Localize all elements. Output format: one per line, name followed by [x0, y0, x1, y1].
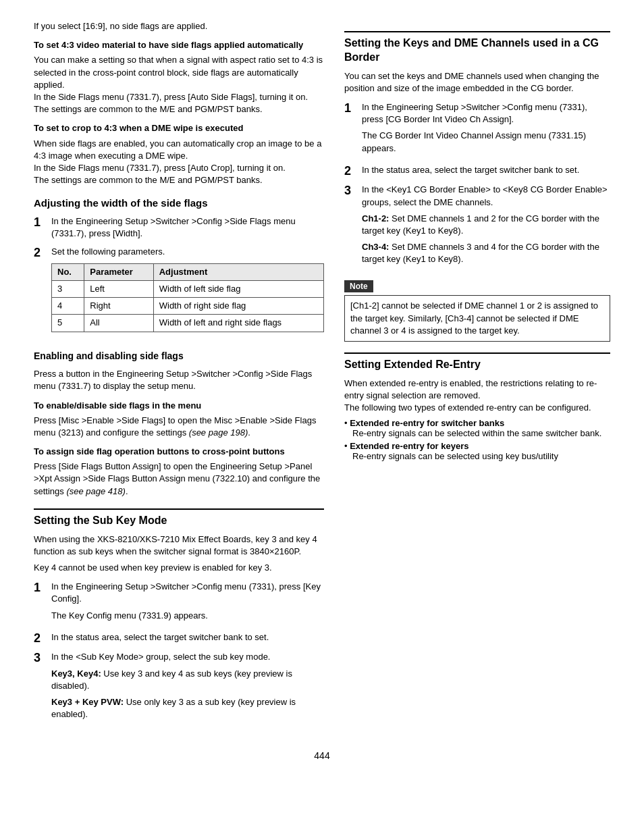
step-1-content: In the Engineering Setup >Switcher >Conf…	[51, 215, 324, 240]
note-text: [Ch1-2] cannot be selected if DME channe…	[344, 295, 610, 342]
note-block: Note [Ch1-2] cannot be selected if DME c…	[344, 275, 610, 342]
section1-body: You can make a setting so that when a si…	[34, 54, 324, 115]
cell-param: Left	[84, 281, 153, 298]
key3-pvw-para: Key3 + Key PVW: Use only key 3 as a sub …	[51, 696, 324, 720]
bullet-icon-1: •	[344, 418, 350, 428]
cell-adj: Width of right side flag	[153, 298, 323, 315]
key3-pvw-label: Key3 + Key PVW:	[51, 697, 124, 707]
ch12-desc: Set DME channels 1 and 2 for the CG bord…	[362, 213, 599, 236]
ch34-desc: Set DME channels 3 and 4 for the CG bord…	[362, 242, 599, 264]
cg-step-2: 2 In the status area, select the target …	[344, 164, 610, 179]
key3-key4-label: Key3, Key4:	[51, 668, 101, 679]
step-number-1: 1	[34, 215, 46, 230]
extended-intro: When extended re-entry is enabled, the r…	[344, 377, 610, 415]
bullet-1: • Extended re-entry for switcher banks R…	[344, 418, 610, 438]
cell-param: Right	[84, 298, 153, 315]
ch12-label: Ch1-2:	[362, 213, 389, 224]
page: If you select [16:9], no side flags are …	[0, 0, 644, 840]
sub-key-step1-line1: In the Engineering Setup >Switcher >Conf…	[51, 581, 324, 605]
cell-no: 5	[52, 315, 84, 332]
page-number: 444	[34, 750, 610, 761]
section1-heading: To set 4:3 video material to have side f…	[34, 39, 324, 51]
sub-key-body2: Key 4 cannot be used when key preview is…	[34, 562, 324, 574]
enable-sub: To enable/disable side flags in the menu	[34, 400, 324, 412]
see-page-418: (see page 418)	[66, 486, 125, 496]
sub-key-step-3-content: In the <Sub Key Mode> group, select the …	[51, 651, 324, 725]
cg-step-number-1: 1	[344, 101, 356, 116]
left-column: If you select [16:9], no side flags are …	[34, 20, 324, 730]
section2-body: When side flags are enabled, you can aut…	[34, 138, 324, 187]
sub-key-section-heading: Setting the Sub Key Mode	[34, 508, 324, 528]
sub-key-step-2-content: In the status area, select the target sw…	[51, 631, 324, 644]
cg-border-intro: You can set the keys and DME channels us…	[344, 70, 610, 95]
col-header-adjustment: Adjustment	[153, 263, 323, 280]
step-number-2: 2	[34, 246, 46, 261]
intro-text: If you select [16:9], no side flags are …	[34, 20, 324, 32]
cg-step-number-3: 3	[344, 184, 356, 199]
bullet1-label: Extended re-entry for switcher banks	[350, 418, 504, 428]
right-column: Setting the Keys and DME Channels used i…	[344, 20, 610, 730]
sub-key-step-3: 3 In the <Sub Key Mode> group, select th…	[34, 651, 324, 725]
step-2-text: Set the following parameters.	[51, 246, 324, 258]
sub-key-step-2: 2 In the status area, select the target …	[34, 631, 324, 646]
step-2-content: Set the following parameters. No. Parame…	[51, 246, 324, 340]
ch34-para: Ch3-4: Set DME channels 3 and 4 for the …	[362, 241, 610, 265]
cg-step-2-content: In the status area, select the target sw…	[362, 164, 610, 176]
sub-key-step1-line2: The Key Config menu (7331.9) appears.	[51, 610, 324, 622]
cg-step-1-content: In the Engineering Setup >Switcher >Conf…	[362, 101, 610, 159]
bullet-icon-2: •	[344, 441, 350, 451]
assign-sub: To assign side flag operation buttons to…	[34, 446, 324, 458]
col-header-no: No.	[52, 263, 84, 280]
bullet1-desc: Re-entry signals can be selected within …	[344, 428, 601, 438]
col-header-parameter: Parameter	[84, 263, 153, 280]
cg-step1-line2: The CG Border Int Video Channel Assign m…	[362, 130, 610, 154]
sub-key-step-number-3: 3	[34, 651, 46, 666]
enabling-heading: Enabling and disabling side flags	[34, 350, 324, 363]
table-row: 4 Right Width of right side flag	[52, 298, 324, 315]
enable-body: Press [Misc >Enable >Side Flags] to open…	[34, 415, 324, 439]
sub-key-step3-text: In the <Sub Key Mode> group, select the …	[51, 651, 324, 663]
step-2: 2 Set the following parameters. No. Para…	[34, 246, 324, 340]
cg-step-1: 1 In the Engineering Setup >Switcher >Co…	[344, 101, 610, 159]
sub-key-step-number-2: 2	[34, 631, 46, 646]
cell-no: 4	[52, 298, 84, 315]
assign-body: Press [Side Flags Button Assign] to open…	[34, 461, 324, 498]
see-page-198: (see page 198)	[189, 427, 248, 438]
adjusting-heading: Adjusting the width of the side flags	[34, 196, 324, 210]
cell-adj: Width of left and right side flags	[153, 315, 323, 332]
bullet-2: • Extended re-entry for keyers Re-entry …	[344, 441, 610, 461]
ch34-label: Ch3-4:	[362, 242, 389, 252]
key3-key4-para: Key3, Key4: Use key 3 and key 4 as sub k…	[51, 668, 324, 692]
two-column-layout: If you select [16:9], no side flags are …	[34, 20, 610, 730]
cell-param: All	[84, 315, 153, 332]
ch12-para: Ch1-2: Set DME channels 1 and 2 for the …	[362, 213, 610, 237]
table-row: 3 Left Width of left side flag	[52, 281, 324, 298]
bullet2-label: Extended re-entry for keyers	[350, 441, 468, 451]
cg-step1-line1: In the Engineering Setup >Switcher >Conf…	[362, 101, 610, 126]
note-label: Note	[344, 280, 373, 292]
cell-no: 3	[52, 281, 84, 298]
sub-key-body1: When using the XKS-8210/XKS-7210 Mix Eff…	[34, 533, 324, 558]
sub-key-step-number-1: 1	[34, 581, 46, 596]
cg-step-number-2: 2	[344, 164, 356, 179]
sub-key-step-1-content: In the Engineering Setup >Switcher >Conf…	[51, 581, 324, 626]
cg-border-heading: Setting the Keys and DME Channels used i…	[344, 31, 610, 65]
bullet2-desc: Re-entry signals can be selected using k…	[344, 451, 558, 461]
section2-heading: To set to crop to 4:3 when a DME wipe is…	[34, 122, 324, 134]
cg-step3-text: In the <Key1 CG Border Enable> to <Key8 …	[362, 184, 610, 208]
cell-adj: Width of left side flag	[153, 281, 323, 298]
extended-heading: Setting Extended Re-Entry	[344, 352, 610, 372]
table-row: 5 All Width of left and right side flags	[52, 315, 324, 332]
sub-key-step-1: 1 In the Engineering Setup >Switcher >Co…	[34, 581, 324, 626]
parameters-table: No. Parameter Adjustment 3 Left Width of…	[51, 263, 324, 332]
step-1: 1 In the Engineering Setup >Switcher >Co…	[34, 215, 324, 240]
cg-step-3-content: In the <Key1 CG Border Enable> to <Key8 …	[362, 184, 610, 269]
extended-bullets: • Extended re-entry for switcher banks R…	[344, 418, 610, 461]
cg-step-3: 3 In the <Key1 CG Border Enable> to <Key…	[344, 184, 610, 269]
enabling-body: Press a button in the Engineering Setup …	[34, 368, 324, 392]
